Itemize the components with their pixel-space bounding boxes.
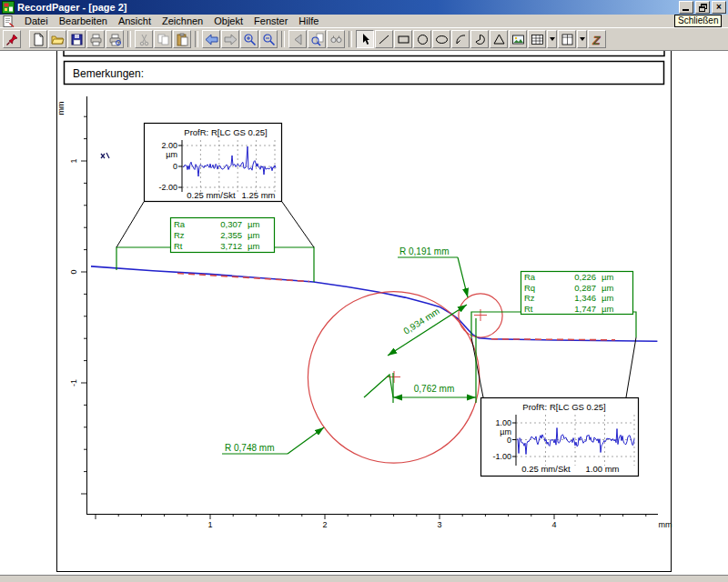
cut-button[interactable] <box>135 30 153 48</box>
window-bottom-edge <box>0 575 728 582</box>
zoom-out-button[interactable] <box>259 30 278 48</box>
close-tooltip: Schließen <box>674 15 722 27</box>
menu-bearbeiten[interactable]: Bearbeiten <box>54 15 113 27</box>
open-folder-icon <box>51 33 65 46</box>
printer-icon <box>89 33 103 46</box>
triangle-icon <box>492 33 506 46</box>
previous-page-button[interactable] <box>288 30 307 48</box>
columns-dropdown-button[interactable] <box>577 30 587 48</box>
line-tool-button[interactable] <box>375 30 393 48</box>
ellipse-icon <box>435 33 449 46</box>
menu-zeichnen[interactable]: Zeichnen <box>157 15 208 27</box>
table-dropdown-button[interactable] <box>547 30 557 48</box>
close-icon: × <box>716 3 722 12</box>
title-bar: RecordPager - [page 2] × <box>0 0 728 15</box>
toolbar: Z <box>0 27 728 51</box>
select-tool-button[interactable] <box>356 30 374 48</box>
save-button[interactable] <box>67 30 86 48</box>
pin-icon <box>5 33 19 46</box>
zoom-in-icon <box>243 33 257 46</box>
close-button[interactable]: × <box>712 1 726 14</box>
menu-hilfe[interactable]: Hilfe <box>293 15 324 27</box>
triangle-tool-button[interactable] <box>490 30 508 48</box>
scissors-icon <box>137 33 151 46</box>
ellipse-tool-button[interactable] <box>432 30 450 48</box>
z-colorful-button[interactable]: Z <box>588 30 606 48</box>
zoom-in-button[interactable] <box>240 30 258 48</box>
window-title: RecordPager - [page 2] <box>17 2 126 13</box>
restore-button[interactable] <box>695 1 710 14</box>
menu-fenster[interactable]: Fenster <box>248 15 293 27</box>
minimize-button[interactable] <box>679 1 693 14</box>
menu-ansicht[interactable]: Ansicht <box>113 15 157 27</box>
zoom-out-icon <box>262 33 276 46</box>
menu-datei[interactable]: Datei <box>19 15 54 27</box>
toolbar-separator <box>127 31 131 47</box>
toolbar-separator <box>349 31 352 47</box>
arc-tool-button[interactable] <box>451 30 470 48</box>
image-tool-button[interactable] <box>509 30 527 48</box>
z-colorful-icon: Z <box>591 33 604 46</box>
circle-tool-button[interactable] <box>413 30 431 48</box>
arc-icon <box>454 33 468 46</box>
menu-bar: Datei Bearbeiten Ansicht Zeichnen Objekt… <box>0 15 728 27</box>
previous-arrow-icon <box>291 33 305 46</box>
new-button[interactable] <box>29 30 47 48</box>
print-button[interactable] <box>86 30 105 48</box>
dropdown-arrow-icon <box>550 37 555 41</box>
find-record-button[interactable] <box>327 30 345 48</box>
rectangle-tool-button[interactable] <box>394 30 412 48</box>
image-icon <box>511 33 525 46</box>
binoculars-icon <box>329 33 343 46</box>
circle-icon <box>416 33 430 46</box>
paste-button[interactable] <box>173 30 191 48</box>
table-icon <box>531 33 544 46</box>
copy-icon <box>157 33 170 46</box>
rectangle-icon <box>397 33 410 46</box>
app-icon <box>2 1 15 14</box>
restore-icon <box>699 4 707 12</box>
clipboard-icon <box>176 33 189 46</box>
print-preview-button[interactable] <box>106 30 124 48</box>
open-button[interactable] <box>48 30 66 48</box>
svg-text:Z: Z <box>592 33 601 46</box>
toolbar-separator <box>281 31 285 47</box>
menu-objekt[interactable]: Objekt <box>208 15 248 27</box>
save-floppy-icon <box>70 33 84 46</box>
pie-icon <box>473 33 487 46</box>
minimize-icon <box>682 9 689 11</box>
page-icon <box>3 15 15 27</box>
zoom-page-button[interactable] <box>308 30 326 48</box>
pin-button[interactable] <box>3 30 21 48</box>
line-icon <box>378 33 391 46</box>
toolbar-separator <box>195 31 198 47</box>
dropdown-arrow-icon <box>580 37 585 41</box>
table-tool-button[interactable] <box>528 30 546 48</box>
back-arrow-icon <box>205 33 218 46</box>
print-preview-icon <box>108 33 122 46</box>
forward-button[interactable] <box>221 30 239 48</box>
zoom-page-icon <box>310 33 324 46</box>
pie-tool-button[interactable] <box>470 30 489 48</box>
copy-button[interactable] <box>154 30 172 48</box>
forward-arrow-icon <box>224 33 238 46</box>
select-arrow-icon <box>359 33 372 46</box>
columns-tool-button[interactable] <box>558 30 576 48</box>
back-button[interactable] <box>202 30 220 48</box>
columns-icon <box>561 33 574 46</box>
new-document-icon <box>32 33 46 46</box>
document-page <box>0 51 728 575</box>
